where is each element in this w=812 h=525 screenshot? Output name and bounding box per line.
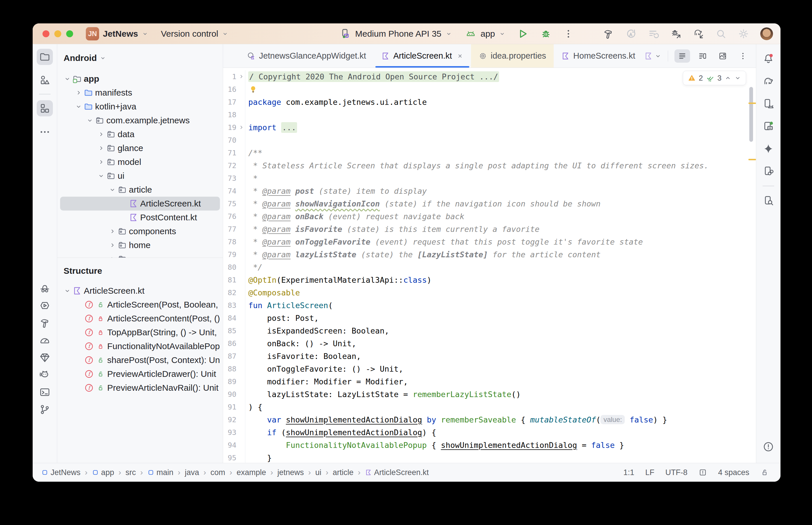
breadcrumb-src[interactable]: src xyxy=(126,468,136,477)
structure-row-PreviewArticleDrawer[interactable]: fPreviewArticleDrawer(): Unit xyxy=(60,367,220,381)
tree-chevron-right-icon[interactable] xyxy=(96,145,106,152)
gradle-tool-button[interactable] xyxy=(760,73,777,89)
tree-chevron-right-icon[interactable] xyxy=(107,228,117,235)
problems-tool-button[interactable] xyxy=(760,439,777,455)
tree-chevron-down-icon[interactable] xyxy=(96,172,106,179)
app-quality-insights-tool-button[interactable] xyxy=(37,349,53,365)
fold-chevron-icon[interactable] xyxy=(238,73,245,80)
more-tool-windows-button[interactable] xyxy=(37,124,53,140)
breadcrumb-com[interactable]: com xyxy=(210,468,225,477)
structure-row-ArticleScreen.kt[interactable]: ArticleScreen.kt xyxy=(60,284,220,298)
build-tool-button[interactable] xyxy=(37,315,53,331)
device-mirroring-tool-button[interactable] xyxy=(760,163,777,179)
vcs-chevron-down-icon[interactable] xyxy=(222,31,228,37)
tree-row-ui[interactable]: ui xyxy=(60,169,220,183)
structure-tool-button[interactable] xyxy=(37,100,53,116)
tab-HomeScreens.kt[interactable]: HomeScreens.kt xyxy=(553,44,643,68)
build-button[interactable] xyxy=(603,28,614,40)
tab-ArticleScreen.kt[interactable]: ArticleScreen.kt xyxy=(374,44,471,68)
more-run-options-icon[interactable] xyxy=(563,29,574,39)
inspections-widget[interactable]: 2 3 xyxy=(683,71,746,85)
structure-row-sharePost[interactable]: fsharePost(Post, Context): Un xyxy=(60,353,220,367)
tree-chevron-down-icon[interactable] xyxy=(107,186,117,193)
file-lock-icon[interactable] xyxy=(760,468,769,477)
run-config-label[interactable]: app xyxy=(481,29,495,39)
tree-row-partial[interactable] xyxy=(60,252,220,258)
breadcrumb-JetNews[interactable]: JetNews xyxy=(41,468,80,477)
search-everywhere-icon[interactable] xyxy=(715,28,727,40)
tree-chevron-down-icon[interactable] xyxy=(62,75,72,82)
structure-row-PreviewArticleNavRail[interactable]: fPreviewArticleNavRail(): Unit xyxy=(60,381,220,395)
indent-widget[interactable]: 4 spaces xyxy=(718,468,749,477)
tree-row-manifests[interactable]: manifests xyxy=(60,86,220,100)
close-window-button[interactable] xyxy=(43,30,49,37)
project-name[interactable]: JetNews xyxy=(103,29,138,39)
tab-close-icon[interactable] xyxy=(457,52,463,59)
maximize-window-button[interactable] xyxy=(66,30,73,37)
design-view-button[interactable] xyxy=(715,49,730,63)
settings-gear-icon[interactable] xyxy=(738,28,749,40)
tree-row-ArticleScreen.kt[interactable]: ArticleScreen.kt xyxy=(60,197,220,211)
tab-options-kebab-icon[interactable] xyxy=(735,49,751,63)
notifications-tool-button[interactable] xyxy=(760,50,777,67)
warning-stripe-mark[interactable] xyxy=(749,103,756,104)
breadcrumb-java[interactable]: java xyxy=(184,468,199,477)
breadcrumb-article[interactable]: article xyxy=(333,468,353,477)
encoding-widget[interactable]: UTF-8 xyxy=(665,468,688,477)
profiler-tool-button[interactable] xyxy=(37,332,53,348)
tree-chevron-right-icon[interactable] xyxy=(74,89,84,96)
tab-idea.properties[interactable]: idea.properties xyxy=(471,44,553,68)
user-avatar[interactable] xyxy=(760,27,773,40)
breadcrumb-ui[interactable]: ui xyxy=(315,468,321,477)
run-button[interactable] xyxy=(517,28,529,40)
intention-bulb-icon[interactable] xyxy=(248,84,258,94)
tree-chevron-down-icon[interactable] xyxy=(85,117,95,124)
running-devices-tool-button[interactable] xyxy=(760,118,777,134)
structure-row-TopAppBar[interactable]: fTopAppBar(String, () -> Unit, xyxy=(60,326,220,339)
code-editor[interactable]: 1/ Copyright 2020 The Android Open Sourc… xyxy=(223,68,756,463)
gradle-sync-icon[interactable] xyxy=(693,28,704,40)
editor-scrollbar[interactable] xyxy=(749,87,753,142)
code-view-button[interactable] xyxy=(675,49,690,63)
tree-chevron-right-icon[interactable] xyxy=(107,256,117,258)
tree-chevron-right-icon[interactable] xyxy=(96,159,106,165)
version-control-tool-button[interactable] xyxy=(37,401,53,418)
services-tool-button[interactable] xyxy=(37,297,53,314)
highlight-level-icon[interactable] xyxy=(698,468,707,477)
tree-row-home[interactable]: home xyxy=(60,238,220,252)
caret-position-widget[interactable]: 1:1 xyxy=(623,468,634,477)
tree-row-glance[interactable]: glance xyxy=(60,141,220,155)
project-view-chevron-down-icon[interactable] xyxy=(100,55,106,61)
tree-chevron-down-icon[interactable] xyxy=(74,103,84,110)
tree-row-PostContent.kt[interactable]: PostContent.kt xyxy=(60,211,220,224)
tree-chevron-right-icon[interactable] xyxy=(96,131,106,138)
run-config-chevron-down-icon[interactable] xyxy=(499,31,505,37)
tree-chevron-right-icon[interactable] xyxy=(107,242,117,249)
previous-problem-chevron-up-icon[interactable] xyxy=(724,75,732,81)
split-view-button[interactable] xyxy=(695,49,710,63)
breadcrumb-ArticleScreen.kt[interactable]: ArticleScreen.kt xyxy=(365,468,429,477)
project-view-mode[interactable]: Android xyxy=(63,53,97,63)
project-chevron-down-icon[interactable] xyxy=(142,31,148,37)
breadcrumb-main[interactable]: main xyxy=(147,468,174,477)
vcs-widget[interactable]: Version control xyxy=(161,29,218,39)
minimize-window-button[interactable] xyxy=(54,30,61,37)
resource-manager-tool-button[interactable] xyxy=(37,72,53,88)
code-viewport[interactable]: 1/ Copyright 2020 The Android Open Sourc… xyxy=(223,68,756,463)
tree-row-article[interactable]: article xyxy=(60,183,220,197)
structure-row-ArticleScreen[interactable]: fArticleScreen(Post, Boolean, xyxy=(60,298,220,312)
tree-row-components[interactable]: components xyxy=(60,224,220,238)
hidden-tabs-dropdown[interactable] xyxy=(644,52,662,60)
warning-stripe-mark[interactable] xyxy=(749,159,756,160)
debug-button[interactable] xyxy=(540,28,552,40)
breadcrumb-app[interactable]: app xyxy=(92,468,114,477)
fold-chevron-icon[interactable] xyxy=(238,124,245,131)
line-separator-widget[interactable]: LF xyxy=(645,468,654,477)
terminal-tool-button[interactable] xyxy=(37,384,53,400)
app-inspection-tool-button[interactable] xyxy=(37,280,53,296)
tree-row-data[interactable]: data xyxy=(60,127,220,141)
attach-debugger-icon[interactable] xyxy=(670,28,682,40)
tab-JetnewsGlanceAppWidget.kt[interactable]: JetnewsGlanceAppWidget.kt xyxy=(239,44,374,68)
gemini-tool-button[interactable] xyxy=(760,141,777,157)
tree-row-app[interactable]: app xyxy=(60,72,220,86)
